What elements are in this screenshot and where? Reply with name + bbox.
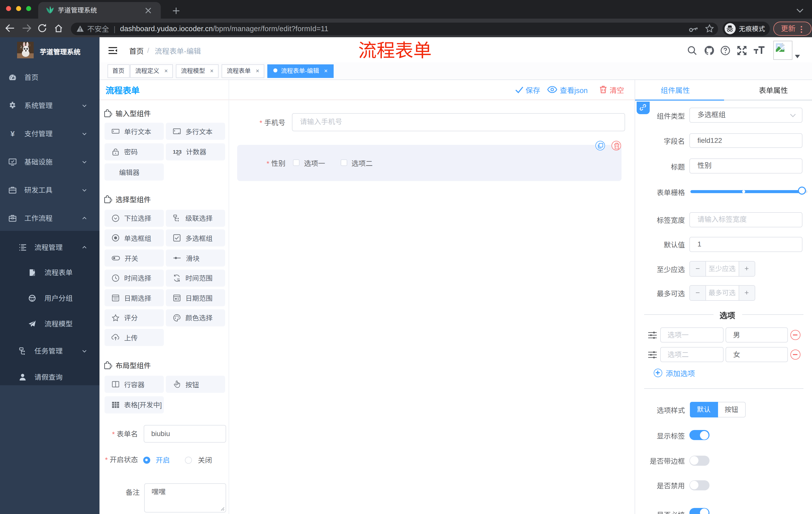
svg-text:123: 123 <box>173 148 181 154</box>
svg-text:¥: ¥ <box>10 130 15 138</box>
